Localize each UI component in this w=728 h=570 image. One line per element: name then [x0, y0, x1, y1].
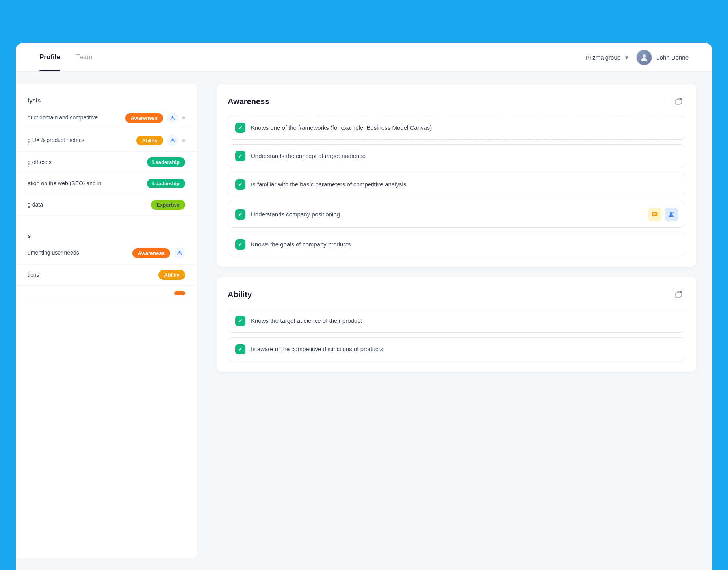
check-box: ✓ — [235, 179, 245, 190]
svg-rect-7 — [652, 212, 657, 216]
user-link-icon — [668, 211, 674, 218]
list-item: tions Ability — [16, 265, 197, 286]
user-icon — [177, 250, 182, 256]
skill-item: ✓ Understands the concept of target audi… — [228, 144, 685, 168]
user-circle-icon[interactable] — [167, 112, 178, 123]
ability-card: Ability i ✓ Knows the — [217, 277, 696, 372]
section2-label: s — [16, 227, 197, 242]
nav-right: Prizma group ▾ John Donne — [585, 50, 689, 65]
message-icon-button[interactable] — [648, 208, 661, 221]
skill-item: ✓ Knows one of the frameworks (for examp… — [228, 116, 685, 140]
awareness-card-header: Awareness i — [228, 95, 685, 108]
svg-rect-4 — [676, 100, 680, 104]
user-circle-icon[interactable] — [167, 135, 178, 146]
avatar-inner — [637, 50, 652, 65]
list-item — [16, 286, 197, 301]
badge-awareness: Awareness — [125, 113, 163, 123]
list-item: g otheses Leadership — [16, 152, 197, 173]
badge-ability: Ability — [136, 136, 163, 145]
copy-button[interactable]: i — [672, 95, 685, 108]
check-box: ✓ — [235, 344, 245, 354]
content-area: lysis duct domain and competitive Awaren… — [16, 72, 712, 570]
skill-item: ✓ Knows the target audience of their pro… — [228, 309, 685, 333]
nav-bar: Profile Team Prizma group ▾ — [16, 43, 712, 72]
copy-icon-ability: i — [675, 291, 682, 298]
awareness-title: Awareness — [228, 97, 269, 106]
user-link-icon-button[interactable] — [665, 208, 678, 221]
awareness-card: Awareness i ✓ Knows o — [217, 84, 696, 267]
check-box: ✓ — [235, 123, 245, 133]
badge-extra — [174, 291, 185, 295]
ability-title: Ability — [228, 290, 252, 299]
badge-leadership: Leadership — [147, 179, 185, 188]
skill-icons — [648, 208, 678, 221]
badge-leadership: Leadership — [147, 157, 185, 167]
svg-text:i: i — [680, 98, 681, 100]
list-item: ation on the web (SEO) and in Leadership — [16, 173, 197, 194]
ability-card-header: Ability i — [228, 288, 685, 301]
list-item: g UX & product metrics Ability — [16, 129, 197, 152]
check-box: ✓ — [235, 151, 245, 161]
check-box: ✓ — [235, 209, 245, 220]
svg-point-8 — [670, 212, 672, 215]
nav-tabs: Profile Team — [39, 43, 92, 71]
group-selector[interactable]: Prizma group ▾ — [585, 54, 630, 61]
dot-indicator — [182, 139, 185, 142]
skill-item: ✓ Is familiar with the basic parameters … — [228, 173, 685, 196]
dot-indicator — [182, 116, 185, 119]
badge-ability: Ability — [158, 270, 185, 280]
copy-button-ability[interactable]: i — [672, 288, 685, 301]
chevron-down-icon: ▾ — [624, 54, 630, 61]
main-container: Profile Team Prizma group ▾ — [16, 43, 712, 570]
skill-item: ✓ Is aware of the competitive distinctio… — [228, 337, 685, 361]
check-box: ✓ — [235, 239, 245, 250]
list-item: umenting user needs Awareness — [16, 242, 197, 265]
section1-label: lysis — [16, 91, 197, 107]
user-circle-icon[interactable] — [174, 248, 185, 259]
avatar — [636, 50, 652, 65]
svg-point-0 — [643, 54, 646, 58]
skill-item: ✓ Understands company positioning — [228, 201, 685, 228]
copy-icon: i — [675, 98, 682, 105]
list-item: g data Expertise — [16, 194, 197, 216]
top-header — [0, 0, 728, 43]
badge-expertise: Expertise — [151, 200, 185, 210]
left-panel: lysis duct domain and competitive Awaren… — [16, 84, 197, 558]
user-icon — [170, 115, 175, 121]
list-item: duct domain and competitive Awareness — [16, 107, 197, 129]
check-box: ✓ — [235, 316, 245, 326]
svg-rect-10 — [676, 293, 680, 298]
skill-item: ✓ Knows the goals of company products — [228, 233, 685, 256]
right-panel: Awareness i ✓ Knows o — [209, 84, 712, 558]
badge-awareness: Awareness — [132, 248, 170, 258]
user-info: John Donne — [636, 50, 689, 65]
tab-team[interactable]: Team — [76, 43, 93, 71]
message-icon — [652, 211, 658, 218]
person-icon — [639, 53, 649, 62]
tab-profile[interactable]: Profile — [39, 43, 60, 71]
user-icon — [170, 138, 175, 143]
svg-text:i: i — [680, 291, 681, 293]
